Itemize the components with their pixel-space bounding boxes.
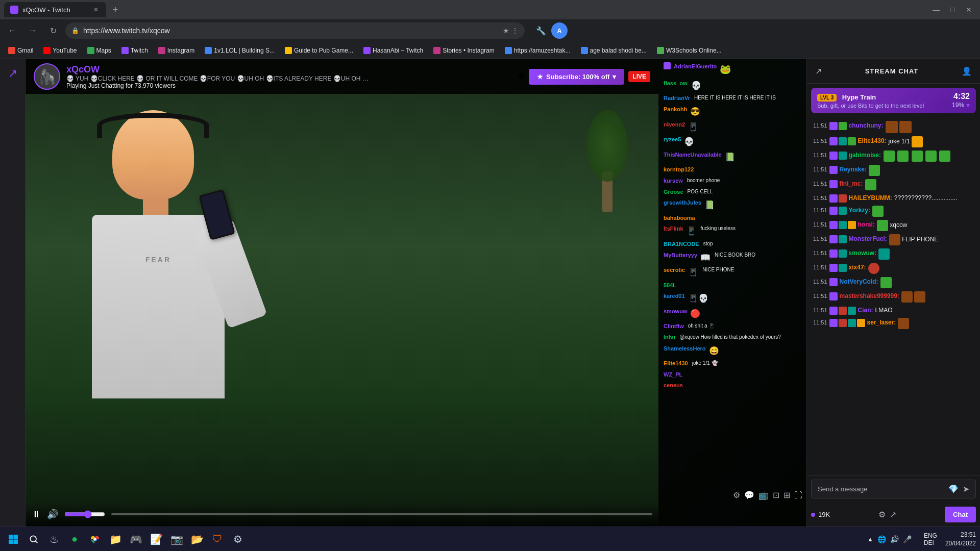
chat-expand-icon[interactable]: ↗ [890,510,896,519]
overlay-fullscreen-icon[interactable]: ⛶ [794,491,802,500]
bookmark-amuzesh[interactable]: https://amuzeshtak... [501,45,575,56]
taskbar-vscode-button[interactable]: 📝 [147,530,165,548]
msg-username-13[interactable]: mastershake999999: [840,291,899,300]
overlay-msg-1: AdrianElGuerito 🐸 [660,61,804,78]
overlay-chat-icon[interactable]: 💬 [744,490,754,500]
taskbar-search-button[interactable] [24,530,43,548]
overlay-text-groose: POG CELL [688,188,713,196]
bits-icon[interactable]: 💎 [948,484,959,494]
refresh-button[interactable]: ↻ [45,22,61,39]
bookmark-twitch[interactable]: Twitch [117,45,152,56]
taskbar-discord-button[interactable]: 🎮 [127,530,145,548]
address-bar[interactable]: 🔒 https://www.twitch.tv/xqcow ★ ⋮ [65,22,525,39]
msg-username-15[interactable]: ser_laser: [867,318,896,327]
msg-username-1[interactable]: chunchuny: [849,121,884,130]
msg-username-8[interactable]: horal: [858,220,875,229]
overlay-emote-smowuw: 🔴 [690,307,700,320]
bookmark-maps[interactable]: Maps [83,45,115,56]
channel-name[interactable]: xQcOW [66,64,373,75]
msg-username-10[interactable]: smowuw: [849,248,877,258]
msg-username-2[interactable]: Elite1430: [858,136,887,145]
taskbar-steam2-button[interactable]: ⚙ [229,530,247,548]
forward-button[interactable]: → [24,22,41,39]
sidebar-collapse-icon[interactable]: ↗ [815,66,822,76]
msg-username-11[interactable]: xix47: [849,263,866,272]
bookmark-youtube[interactable]: YouTube [39,45,81,56]
follow-button[interactable]: ♥ [518,70,525,83]
taskbar-avast-button[interactable]: 🛡 [208,530,227,548]
volume-slider[interactable] [64,510,105,518]
badge-bits-7 [839,207,847,215]
back-button[interactable]: ← [4,22,20,39]
msg-text-15 [898,318,974,329]
overlay-gear-icon[interactable]: ⚙ [733,490,740,500]
address-bar-icons: ★ ⋮ [503,27,519,35]
play-pause-button[interactable]: ⏸ [32,509,41,520]
overlay-emote-shameless: 😄 [709,344,719,358]
taskbar-explorer-button[interactable]: 📂 [188,530,206,548]
bookmark-stories-label: Stories • Instagram [443,47,495,54]
active-tab[interactable]: xQcOW - Twitch ✕ [4,2,106,17]
bookmark-1v1-label: 1v1.LOL | Building S... [214,47,275,54]
overlay-screen-icon[interactable]: 📺 [758,490,769,500]
new-tab-button[interactable]: + [108,3,122,17]
hype-train-percent-area: 19% ▾ [952,101,970,109]
subscribe-button[interactable]: ★ Subscribe: 100% off ▾ [529,69,624,85]
progress-bar[interactable] [111,513,652,515]
volume-button[interactable]: 🔊 [47,509,58,520]
taskbar-chrome-button[interactable] [86,530,104,548]
msg-username-12[interactable]: NotVeryCold: [840,277,878,286]
msg-username-14[interactable]: Cian: [858,306,873,315]
badge-sub-12 [829,278,838,286]
taskbar-clock[interactable]: 23:51 20/04/2022 [945,531,976,548]
chat-input-box[interactable]: Send a message 💎 ➤ [811,480,976,498]
taskbar-instagram-button[interactable]: 📷 [167,530,186,548]
stream-video[interactable]: FEAR 🦍 [26,59,806,527]
overlay-msg-groose: Groose POG CELL [660,187,804,198]
bookmark-instagram[interactable]: Instagram [154,45,199,56]
msg-time-12: 11:51 [813,278,827,286]
msg-username-5[interactable]: fini_mc: [840,179,863,188]
msg-username-9[interactable]: MonsterFuel: [849,234,887,243]
chat-settings-icon[interactable]: ⚙ [878,510,886,519]
msg-username-7[interactable]: Yorkzy: [849,206,870,215]
tray-up-arrow[interactable]: ▲ [867,536,873,543]
bookmark-instagram-label: Instagram [167,47,194,54]
chat-send-button[interactable]: Chat [945,507,976,522]
sidebar-nav-icon[interactable]: ↗ [3,63,23,84]
overlay-crop-icon[interactable]: ⊡ [773,490,779,500]
msg-username-4[interactable]: Reynske: [840,165,867,174]
window-close[interactable]: ✕ [962,3,976,17]
emote-3d [925,151,937,162]
msg-username-3[interactable]: gabimoise: [849,151,881,160]
overlay-emote-itsflink: 📱 [687,224,697,238]
overlay-msg-4: Pankohh 😎 [660,104,804,119]
chat-footer: 19K ⚙ ↗ Chat [807,503,980,527]
taskbar-spotify-button[interactable]: ● [65,530,84,548]
badge-bits-10 [839,249,847,258]
bookmark-w3schools[interactable]: W3Schools Online... [653,45,726,56]
overlay-emote-grsow: 📗 [704,198,715,212]
sidebar-settings-icon[interactable]: 👤 [962,66,972,76]
overlay-username-mybutteryyy: MyButteryyy [664,251,697,260]
chat-send-icon[interactable]: ➤ [963,484,969,494]
taskbar-files-button[interactable]: 📁 [106,530,125,548]
taskbar-windows-button[interactable] [4,530,22,548]
tab-close-button[interactable]: ✕ [92,6,100,14]
bookmark-stories[interactable]: Stories • Instagram [429,45,499,56]
taskbar-steam-button[interactable]: ♨ [45,530,63,548]
window-maximize[interactable]: □ [945,3,960,17]
bookmark-pubgame[interactable]: Guide to Pub Game... [281,45,357,56]
bookmark-age[interactable]: age balad shodi be... [577,45,651,56]
extensions-button[interactable]: 🔧 [533,22,549,39]
overlay-grid-icon[interactable]: ⊞ [783,490,790,500]
bookmarks-bar: Gmail YouTube Maps Twitch Instagram 1v1.… [0,42,980,59]
hype-expand-icon[interactable]: ▾ [966,101,970,109]
bookmark-hasanabi[interactable]: HasanAbi – Twitch [359,45,427,56]
msg-username-6[interactable]: HAILEYBUMM: [849,193,892,203]
window-minimize[interactable]: — [929,3,943,17]
bookmark-gmail[interactable]: Gmail [4,45,37,56]
profile-button[interactable]: A [551,22,568,39]
emote-10a [878,248,890,260]
bookmark-1v1[interactable]: 1v1.LOL | Building S... [201,45,279,56]
